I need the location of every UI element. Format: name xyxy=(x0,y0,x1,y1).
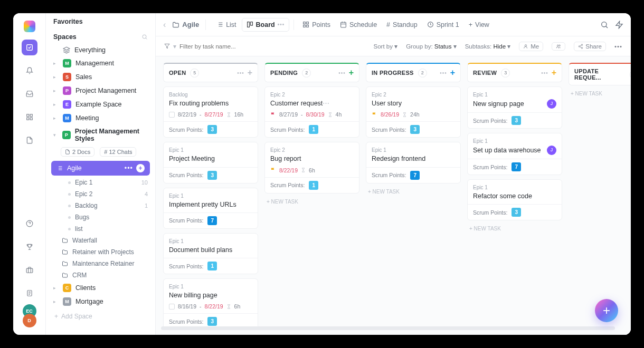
rail-trophy-button[interactable] xyxy=(22,239,37,255)
task-card[interactable]: Epic 1Implement pretty URLsScrum Points:… xyxy=(163,188,258,229)
assignee-avatar[interactable]: J xyxy=(547,146,556,155)
sidebar-add-space[interactable]: +Add Space xyxy=(46,308,155,324)
view-points[interactable]: Points xyxy=(298,18,335,31)
search-icon[interactable] xyxy=(141,34,148,40)
task-card[interactable]: Epic 1Document build plansScrum Points:1 xyxy=(163,233,258,274)
rail-inbox-button[interactable] xyxy=(22,86,37,102)
task-card[interactable]: Epic 2Bug report8/22/196hScrum Points:1 xyxy=(264,142,359,193)
help-icon xyxy=(26,220,33,227)
group-by-button[interactable]: Group by: Status ▾ xyxy=(406,43,457,50)
collapse-sidebar-button[interactable]: ‹ xyxy=(163,20,166,30)
task-card[interactable]: Epic 2User story8/26/1924hScrum Points:3 xyxy=(366,86,461,138)
rail-notepad-button[interactable] xyxy=(22,285,37,301)
task-card[interactable]: Epic 1New signup pageJScrum Points:3 xyxy=(467,86,562,129)
view-sprint-1[interactable]: Sprint 1 xyxy=(423,18,463,31)
assignee-avatar[interactable]: J xyxy=(547,99,556,109)
sidebar-favorites-header[interactable]: Favorites xyxy=(46,13,155,28)
topbar-bolt-button[interactable] xyxy=(615,21,623,29)
column-more-button[interactable]: ••• xyxy=(237,70,244,76)
new-task-button[interactable]: + NEW TASK xyxy=(366,188,461,196)
sidebar-folder[interactable]: Waterfall xyxy=(46,235,155,246)
share-button[interactable]: Share xyxy=(574,42,606,51)
sidebar-everything[interactable]: Everything xyxy=(46,44,155,56)
svg-rect-14 xyxy=(307,25,309,27)
sidebar-spaces-header[interactable]: Spaces xyxy=(46,28,155,44)
new-task-button[interactable]: + NEW TASK xyxy=(467,225,562,233)
task-card[interactable]: Epic 1Project MeetingScrum Points:3 xyxy=(163,142,258,183)
task-card[interactable]: BacklogFix routing problems8/22/19-8/27/… xyxy=(163,86,258,138)
sidebar-list-item[interactable]: list xyxy=(46,223,155,235)
me-filter-button[interactable]: Me xyxy=(519,42,543,51)
rail-help-button[interactable] xyxy=(22,216,37,231)
kanban-board: OPEN5•••+BacklogFix routing problems8/22… xyxy=(156,56,631,335)
sidebar-list-item[interactable]: Bugs xyxy=(46,211,155,223)
rail-notifications-button[interactable] xyxy=(22,63,37,79)
column-add-button[interactable]: + xyxy=(450,68,455,78)
sidebar-agile-list[interactable]: Agile•••+ xyxy=(51,161,150,176)
rail-home-button[interactable] xyxy=(22,40,37,55)
rail-apps-button[interactable] xyxy=(22,109,37,125)
list-icon xyxy=(56,165,63,171)
filter-input-wrap[interactable]: ▾ xyxy=(164,43,248,50)
sidebar-list-item[interactable]: Epic 110 xyxy=(46,177,155,188)
new-task-button[interactable]: + NEW TASK xyxy=(163,334,258,335)
avatar[interactable]: D xyxy=(23,314,36,327)
task-card[interactable]: Epic 1Set up data warehouseJScrum Points… xyxy=(467,133,562,175)
sidebar-space-item[interactable]: ▸MMeeting xyxy=(46,111,155,125)
new-task-button[interactable]: + NEW TASK xyxy=(264,198,359,206)
new-task-button[interactable]: + NEW TASK xyxy=(569,90,631,98)
task-card[interactable]: Epic 1Refactor some codeScrum Points:3 xyxy=(467,179,562,220)
rail-docs-button[interactable] xyxy=(22,132,37,148)
breadcrumb[interactable]: Agile xyxy=(172,21,199,28)
user-icon xyxy=(523,44,528,49)
sidebar-list-item[interactable]: Epic 24 xyxy=(46,188,155,200)
rail-briefcase-button[interactable] xyxy=(22,262,37,278)
scrum-points-row: Scrum Points:7 xyxy=(468,159,562,175)
sort-by-button[interactable]: Sort by ▾ xyxy=(374,43,398,50)
sidebar-space-item[interactable]: ▾PProject Management Styles xyxy=(46,125,155,145)
scrum-points-row: Scrum Points:7 xyxy=(164,212,258,228)
view-schedule[interactable]: Schedule xyxy=(336,18,381,31)
sidebar-chip[interactable]: 2 Docs xyxy=(61,147,94,157)
sidebar-folder[interactable]: CRM xyxy=(46,269,155,281)
view-list[interactable]: List xyxy=(212,18,240,31)
column-more-button[interactable]: ••• xyxy=(440,70,447,76)
column-header[interactable]: IN PROGRESS2•••+ xyxy=(366,63,461,82)
filter-bar: ▾ Sort by ▾ Group by: Status ▾ Subtasks:… xyxy=(156,36,631,56)
topbar-search-button[interactable] xyxy=(600,21,609,29)
column-add-button[interactable]: + xyxy=(349,68,354,78)
sidebar-space-item[interactable]: ▸PProject Management xyxy=(46,84,155,98)
sidebar-list-item[interactable]: Backlog1 xyxy=(46,200,155,211)
scrum-points-row: Scrum Points:3 xyxy=(468,112,562,128)
task-card[interactable]: Epic 1Redesign frontendScrum Points:7 xyxy=(366,142,461,183)
assignees-button[interactable] xyxy=(552,42,565,51)
sidebar-space-item[interactable]: ▸EExample Space xyxy=(46,98,155,111)
sidebar-space-item[interactable]: ▸SSales xyxy=(46,70,155,84)
sidebar-folder[interactable]: Retainer with Projects xyxy=(46,246,155,258)
view-view[interactable]: +View xyxy=(465,18,494,31)
view-standup[interactable]: #Standup xyxy=(382,18,422,31)
task-card[interactable]: Epic 1New billing page8/16/19-8/22/196hS… xyxy=(163,278,258,330)
new-task-fab[interactable]: + xyxy=(595,299,618,322)
view-board[interactable]: Board ••• xyxy=(242,18,290,32)
task-card[interactable]: Epic 2Customer request ⋯8/27/19-8/30/194… xyxy=(264,86,359,138)
sidebar-space-item[interactable]: ▸CClients xyxy=(46,281,155,295)
column-more-button[interactable]: ••• xyxy=(338,70,346,76)
column-more-button[interactable]: ••• xyxy=(541,70,548,76)
column-header[interactable]: PENDING2•••+ xyxy=(264,63,359,82)
column-header[interactable]: OPEN5•••+ xyxy=(163,63,258,82)
svg-rect-12 xyxy=(307,22,309,24)
sidebar-space-item[interactable]: ▸MMortgage xyxy=(46,295,155,308)
column-add-button[interactable]: + xyxy=(248,68,252,78)
column-add-button[interactable]: + xyxy=(552,68,556,78)
card-title: New signup pageJ xyxy=(473,99,556,109)
sidebar-folder[interactable]: Maintenance Retainer xyxy=(46,258,155,269)
column-header[interactable]: REVIEW3•••+ xyxy=(467,63,562,82)
more-button[interactable]: ••• xyxy=(614,43,622,50)
logo-icon[interactable] xyxy=(24,21,35,32)
subtasks-button[interactable]: Subtasks: Hide ▾ xyxy=(465,43,511,50)
sidebar-space-item[interactable]: ▸MManagement xyxy=(46,56,155,70)
column-header[interactable]: UPDATE REQUE...0•••+ xyxy=(569,63,631,85)
sidebar-chip[interactable]: # 12 Chats xyxy=(100,147,136,157)
filter-input[interactable] xyxy=(179,43,248,50)
